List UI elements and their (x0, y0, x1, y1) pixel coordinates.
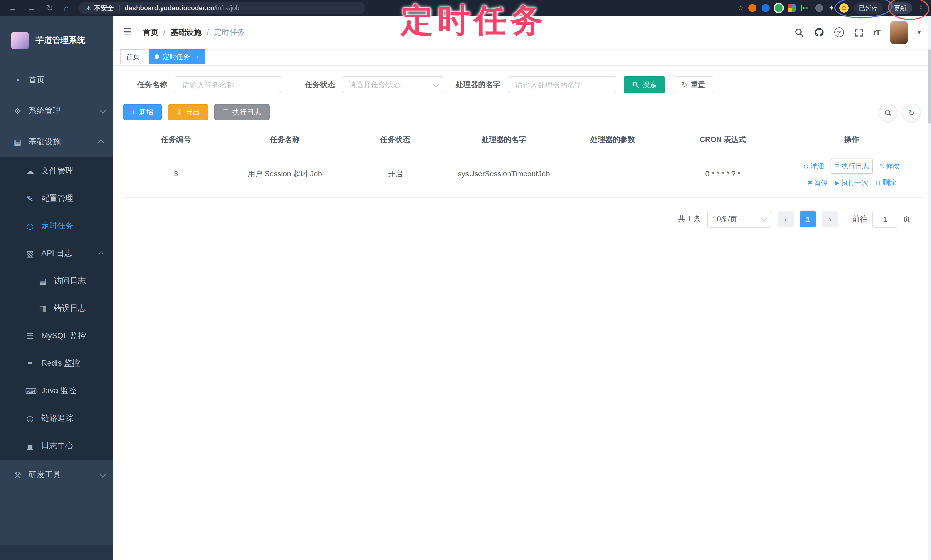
goto-label: 前往 (852, 214, 868, 225)
app-logo[interactable]: 芋道管理系统 (0, 16, 113, 65)
sidebar-item-java-monitor[interactable]: ⌨ Java 监控 (0, 377, 113, 405)
goto-page-input[interactable] (872, 211, 899, 228)
screen: ← → ↻ ⌂ ⚠ 不安全 dashboard.yudao.iocoder.cn… (0, 0, 931, 560)
breadcrumb-separator: / (207, 28, 209, 37)
sidebar-item-log-center[interactable]: ▣ 日志中心 (0, 432, 113, 460)
sidebar-item-trace[interactable]: ◎ 链路追踪 (0, 405, 113, 432)
sidebar-item-label: 首页 (29, 75, 45, 85)
handler-name-input[interactable] (508, 76, 616, 93)
sidebar-item-home[interactable]: ◔ 首页 (0, 65, 113, 95)
reload-icon[interactable]: ↻ (46, 4, 53, 12)
sidebar-item-label: 访问日志 (54, 276, 86, 286)
goto-page: 前往 页 (852, 211, 910, 228)
next-page-button[interactable]: › (822, 211, 838, 227)
security-label[interactable]: 不安全 (94, 4, 114, 12)
run-once-link[interactable]: ▶ 执行一次 (835, 177, 869, 189)
sidebar-item-label: MySQL 监控 (41, 331, 86, 341)
prev-page-button[interactable]: ‹ (778, 211, 794, 227)
sidebar-item-infra[interactable]: ▦ 基础设施 (0, 126, 113, 157)
table-header-row: 任务编号 任务名称 任务状态 处理器的名字 处理器的参数 CRON 表达式 操作 (123, 130, 925, 149)
bookmark-star-icon[interactable]: ☆ (737, 4, 743, 12)
sidebar-item-api-log[interactable]: ▧ API 日志 (0, 240, 113, 267)
sidebar-item-label: 配置管理 (41, 194, 73, 204)
delete-link-label: 删除 (882, 177, 896, 189)
detail-link[interactable]: ⊙ 详细 (804, 160, 824, 172)
scrollbar-track[interactable] (928, 16, 931, 560)
sidebar-item-scheduled-job[interactable]: ◷ 定时任务 (0, 212, 113, 240)
page-number-1[interactable]: 1 (800, 211, 816, 227)
sidebar-item-system[interactable]: ⚙ 系统管理 (0, 95, 113, 126)
sidebar-item-label: 定时任务 (41, 221, 73, 231)
extension-orange-icon[interactable] (748, 4, 756, 12)
update-button[interactable]: 更新 (888, 2, 912, 14)
extension-blue-icon[interactable] (761, 4, 769, 12)
exec-log-link[interactable]: ☰ 执行日志 (831, 158, 872, 174)
chevron-up-icon (98, 140, 105, 146)
edit-link[interactable]: ✎ 修改 (879, 160, 900, 172)
job-status-label: 任务状态 (305, 80, 335, 90)
profile-emoji-avatar[interactable]: ☺ (839, 3, 849, 12)
export-button[interactable]: ↧ 导出 (168, 104, 208, 120)
chevron-down-icon (433, 81, 439, 87)
sidebar-item-mysql-monitor[interactable]: ☰ MySQL 监控 (0, 322, 113, 350)
sidebar-item-dev-tools[interactable]: ⚒ 研发工具 (0, 460, 113, 491)
sidebar-collapse-icon[interactable]: ☰ (123, 28, 132, 37)
sidebar-item-error-log[interactable]: ▥ 错误日志 (0, 295, 113, 322)
col-handler-param: 处理器的参数 (558, 130, 667, 149)
address-bar[interactable]: ⚠ 不安全 dashboard.yudao.iocoder.cn /infra/… (79, 2, 365, 14)
sidebar-item-redis-monitor[interactable]: ≡ Redis 监控 (0, 350, 113, 377)
page-size-select[interactable]: 10条/页 (707, 211, 771, 228)
sidebar-item-label: Redis 监控 (41, 358, 80, 369)
gear-icon: ⚙ (12, 106, 22, 115)
back-icon[interactable]: ← (9, 4, 17, 12)
eye-icon: ◎ (25, 414, 35, 423)
font-size-icon[interactable]: tT (874, 28, 880, 37)
extension-grid-icon[interactable] (788, 4, 796, 12)
search-button[interactable]: 搜索 (624, 76, 665, 93)
pause-icon: ✖ (807, 177, 812, 189)
extension-on-badge-icon[interactable]: on (801, 5, 810, 11)
github-icon[interactable] (814, 28, 824, 37)
tab-home[interactable]: 首页 (120, 49, 145, 64)
url-path: /infra/job (214, 5, 239, 11)
help-icon[interactable]: ? (834, 28, 844, 37)
browser-menu-icon[interactable]: ⋮ (917, 4, 925, 12)
sidebar-submenu-infra: ☁ 文件管理 ✎ 配置管理 ◷ 定时任务 ▧ API 日志 ▤ (0, 157, 113, 460)
exec-log-button[interactable]: ☰ 执行日志 (214, 104, 270, 120)
filter-form: 任务名称 任务状态 请选择任务状态 处理器的名字 搜索 ↻ (123, 76, 924, 93)
extension-monkey-icon[interactable] (815, 4, 823, 12)
fullscreen-icon[interactable] (854, 28, 863, 37)
sidebar-item-file-manage[interactable]: ☁ 文件管理 (0, 157, 113, 185)
toggle-search-icon[interactable] (879, 104, 897, 122)
pause-link[interactable]: ✖ 暂停 (807, 177, 828, 189)
avatar-caret-down-icon[interactable]: ▾ (918, 29, 921, 35)
sidebar-item-access-log[interactable]: ▤ 访问日志 (0, 267, 113, 295)
scrollbar-thumb[interactable] (928, 49, 931, 124)
forward-icon[interactable]: → (28, 4, 35, 12)
tab-scheduled-job[interactable]: 定时任务 × (149, 49, 205, 64)
extensions-puzzle-icon[interactable]: ✦ (829, 4, 834, 12)
job-status-select[interactable]: 请选择任务状态 (342, 76, 444, 93)
user-avatar[interactable] (890, 21, 908, 44)
job-name-input[interactable] (175, 76, 281, 93)
col-cron: CRON 表达式 (667, 130, 779, 149)
sidebar-item-config-manage[interactable]: ✎ 配置管理 (0, 185, 113, 212)
trash-icon: ⊟ (876, 177, 881, 189)
breadcrumb-infra[interactable]: 基础设施 (171, 27, 202, 37)
search-icon[interactable] (795, 28, 804, 37)
reset-button-label: 重置 (691, 80, 705, 89)
breadcrumb-home[interactable]: 首页 (143, 27, 158, 37)
sync-paused-chip[interactable]: 已暂停 (854, 2, 883, 14)
delete-link[interactable]: ⊟ 删除 (876, 177, 896, 189)
eye-icon: ⊙ (804, 160, 809, 172)
refresh-icon[interactable]: ↻ (902, 104, 921, 122)
cloud-upload-icon: ☁ (25, 166, 35, 176)
col-actions: 操作 (779, 130, 925, 149)
add-button[interactable]: + 新增 (123, 104, 162, 120)
chevron-up-icon (98, 251, 105, 258)
home-icon[interactable]: ⌂ (64, 4, 69, 12)
reset-button[interactable]: ↻ 重置 (673, 76, 714, 93)
close-icon[interactable]: × (196, 54, 199, 60)
extension-green-icon[interactable] (775, 4, 783, 12)
cell-handler-param (558, 149, 667, 198)
